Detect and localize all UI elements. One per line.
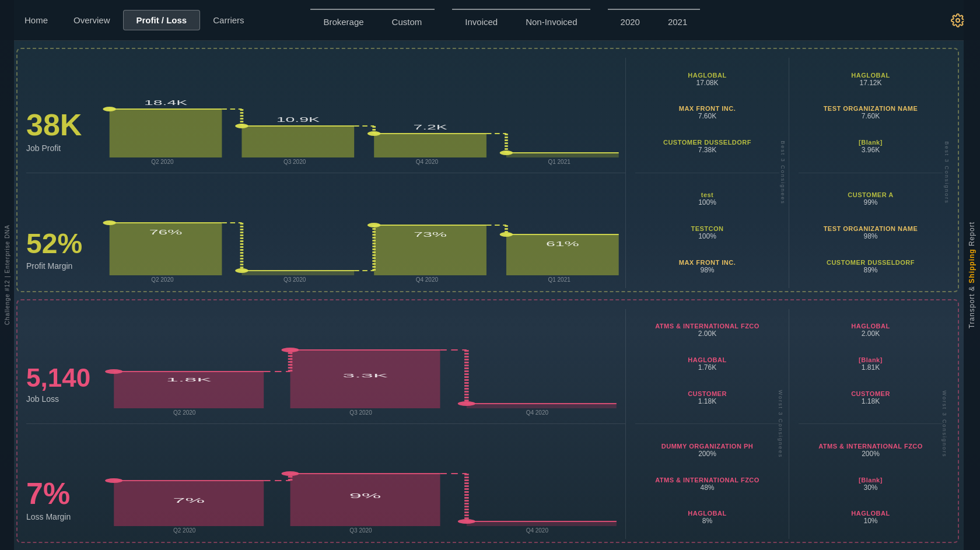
side-left-label: Challenge #12 | Enterprise DNA bbox=[0, 0, 14, 550]
svg-rect-24 bbox=[242, 271, 354, 275]
loss-margin-value: 7% bbox=[26, 478, 90, 509]
profit-panel: 38K Job Profit bbox=[16, 48, 959, 292]
best-consignor-3: [Blank] 3.96K bbox=[799, 139, 943, 154]
svg-point-71 bbox=[458, 519, 475, 524]
lm-q4-label: Q4 2020 bbox=[526, 527, 548, 534]
best-consignee-1: HAGLOBAL 17.08K bbox=[635, 72, 779, 87]
svg-point-38 bbox=[235, 268, 249, 273]
worst-consignee-margin-2: ATMS & INTERNATIONAL FZCO 48% bbox=[635, 477, 779, 492]
q2-2020-label: Q2 2020 bbox=[151, 159, 173, 165]
loss-q2-label: Q2 2020 bbox=[173, 409, 195, 416]
nav-2020[interactable]: 2020 bbox=[608, 12, 653, 31]
best-consignor-2: TEST ORGANIZATION NAME 7.60K bbox=[799, 105, 943, 120]
loss-margin-label: Loss Margin bbox=[26, 512, 90, 521]
worst-consignee-margin-3: HAGLOBAL 8% bbox=[635, 510, 779, 525]
svg-text:3.3K: 3.3K bbox=[342, 372, 388, 379]
lm-q2-label: Q2 2020 bbox=[173, 527, 195, 534]
svg-point-56 bbox=[458, 401, 475, 406]
best-consignors-side-label: Best 3 Consignors bbox=[944, 141, 950, 204]
worst-consignee-2: HAGLOBAL 1.76K bbox=[635, 356, 779, 372]
worst-consignee-3: CUSTOMER 1.18K bbox=[635, 390, 779, 405]
svg-text:7%: 7% bbox=[173, 498, 205, 504]
best-consignee-3: CUSTOMER DUSSELDORF 7.38K bbox=[635, 139, 779, 154]
nav-left: Home Overview Profit / Loss Carriers bbox=[12, 10, 257, 30]
nav-home[interactable]: Home bbox=[12, 10, 61, 30]
best-consignor-margin-2: TEST ORGANIZATION NAME 98% bbox=[799, 225, 943, 240]
nav-group-type: Brokerage Custom bbox=[310, 9, 435, 31]
best-consignor-margin-3: CUSTOMER DUSSELDORF 89% bbox=[799, 259, 943, 274]
best-consignee-margin-1: test 100% bbox=[635, 191, 779, 206]
pm-q1-label: Q1 2021 bbox=[548, 276, 570, 283]
svg-rect-1 bbox=[110, 109, 222, 157]
svg-point-39 bbox=[368, 223, 381, 227]
best-consignor-margin-1: CUSTOMER A 99% bbox=[799, 191, 943, 206]
worst-consignors-side-label: Worst 3 Consignors bbox=[942, 390, 948, 457]
nav-invoiced[interactable]: Invoiced bbox=[452, 12, 510, 31]
svg-rect-3 bbox=[242, 126, 354, 157]
nav-brokerage[interactable]: Brokerage bbox=[310, 12, 376, 31]
best-consignee-2: MAX FRONT INC. 7.60K bbox=[635, 105, 779, 120]
pm-q2-label: Q2 2020 bbox=[151, 276, 173, 283]
top-nav: Home Overview Profit / Loss Carriers Bro… bbox=[0, 0, 980, 41]
pm-q3-label: Q3 2020 bbox=[284, 276, 306, 283]
svg-text:18.4K: 18.4K bbox=[144, 100, 187, 106]
nav-profit-loss[interactable]: Profit / Loss bbox=[123, 10, 201, 30]
worst-consignee-margin-1: DUMMY ORGANIZATION PH 200% bbox=[635, 443, 779, 458]
pm-q4-label: Q4 2020 bbox=[416, 276, 438, 283]
svg-text:61%: 61% bbox=[546, 241, 579, 247]
worst-consignor-margin-2: [Blank] 30% bbox=[799, 477, 943, 492]
nav-carriers[interactable]: Carriers bbox=[200, 10, 257, 30]
best-consignor-1: HAGLOBAL 17.12K bbox=[799, 72, 943, 87]
nav-center-filters: Brokerage Custom Invoiced Non-Invoiced 2… bbox=[310, 9, 700, 31]
nav-non-invoiced[interactable]: Non-Invoiced bbox=[513, 12, 590, 31]
worst-consignor-2: [Blank] 1.81K bbox=[799, 356, 943, 372]
q4-2020-label: Q4 2020 bbox=[416, 159, 438, 165]
svg-text:10.9K: 10.9K bbox=[276, 117, 320, 123]
job-profit-value: 38K bbox=[26, 110, 90, 140]
svg-text:73%: 73% bbox=[414, 232, 447, 238]
best-consignee-margin-2: TESTCON 100% bbox=[635, 225, 779, 240]
svg-text:7.2K: 7.2K bbox=[413, 124, 447, 131]
svg-rect-5 bbox=[506, 153, 619, 157]
svg-point-17 bbox=[235, 124, 249, 128]
job-loss-label: Job Loss bbox=[26, 394, 90, 404]
nav-overview[interactable]: Overview bbox=[61, 10, 123, 30]
svg-point-0 bbox=[956, 19, 960, 22]
svg-point-18 bbox=[368, 131, 381, 136]
q1-2021-label: Q1 2021 bbox=[548, 159, 570, 165]
profit-margin-value: 52% bbox=[26, 230, 90, 258]
side-right-label: Transport & Shipping Report bbox=[964, 0, 980, 550]
nav-group-year: 2020 2021 bbox=[608, 9, 701, 31]
svg-point-16 bbox=[103, 107, 116, 111]
svg-text:1.8K: 1.8K bbox=[166, 376, 212, 383]
worst-consignor-1: HAGLOBAL 2.00K bbox=[799, 323, 943, 338]
svg-point-54 bbox=[105, 369, 123, 374]
job-loss-value: 5,140 bbox=[26, 365, 90, 391]
worst-consignor-3: CUSTOMER 1.18K bbox=[799, 390, 943, 405]
svg-point-69 bbox=[105, 478, 123, 483]
svg-rect-46 bbox=[467, 404, 617, 408]
side-challenge-text: Challenge #12 | Enterprise DNA bbox=[4, 225, 10, 325]
best-consignee-margin-3: MAX FRONT INC. 98% bbox=[635, 259, 779, 274]
best-consignees-side-label: Best 3 Consignees bbox=[780, 141, 786, 205]
worst-consignor-margin-3: HAGLOBAL 10% bbox=[799, 510, 943, 525]
nav-2021[interactable]: 2021 bbox=[655, 12, 700, 31]
profit-margin-label: Profit Margin bbox=[26, 261, 90, 271]
svg-rect-60 bbox=[290, 474, 440, 526]
svg-text:9%: 9% bbox=[349, 493, 382, 499]
svg-point-70 bbox=[281, 471, 299, 476]
side-label-text: Transport & Shipping Report bbox=[968, 222, 976, 328]
worst-consignees-side-label: Worst 3 Consignees bbox=[778, 390, 784, 458]
svg-point-19 bbox=[500, 150, 513, 155]
nav-custom[interactable]: Custom bbox=[379, 12, 435, 31]
svg-text:76%: 76% bbox=[149, 229, 183, 236]
svg-rect-45 bbox=[290, 350, 440, 408]
lm-q3-label: Q3 2020 bbox=[349, 527, 372, 534]
svg-point-37 bbox=[103, 220, 116, 225]
worst-consignee-1: ATMS & INTERNATIONAL FZCO 2.00K bbox=[635, 323, 779, 338]
loss-q4-label: Q4 2020 bbox=[526, 409, 548, 416]
q3-2020-label: Q3 2020 bbox=[284, 159, 306, 165]
svg-rect-4 bbox=[374, 134, 487, 157]
loss-panel: 5,140 Job Loss bbox=[16, 299, 959, 544]
svg-point-40 bbox=[500, 232, 513, 237]
